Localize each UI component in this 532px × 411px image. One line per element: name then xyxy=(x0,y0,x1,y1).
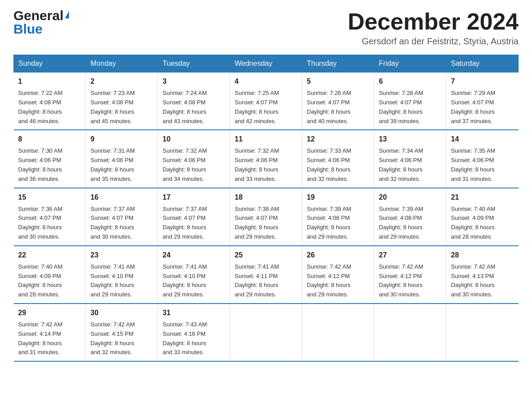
day-info: Sunrise: 7:22 AMSunset: 4:08 PMDaylight:… xyxy=(18,90,63,124)
calendar-cell: 17Sunrise: 7:37 AMSunset: 4:07 PMDayligh… xyxy=(158,188,230,246)
calendar-cell: 6Sunrise: 7:28 AMSunset: 4:07 PMDaylight… xyxy=(374,73,446,130)
calendar-cell: 22Sunrise: 7:40 AMSunset: 4:09 PMDayligh… xyxy=(14,246,86,304)
day-info: Sunrise: 7:38 AMSunset: 4:07 PMDaylight:… xyxy=(235,206,279,240)
calendar-cell: 2Sunrise: 7:23 AMSunset: 4:08 PMDaylight… xyxy=(86,73,158,130)
day-info: Sunrise: 7:28 AMSunset: 4:07 PMDaylight:… xyxy=(379,90,423,124)
calendar-cell: 12Sunrise: 7:33 AMSunset: 4:06 PMDayligh… xyxy=(302,130,374,188)
calendar-cell xyxy=(446,304,519,361)
day-info: Sunrise: 7:40 AMSunset: 4:09 PMDaylight:… xyxy=(451,206,495,240)
day-number: 24 xyxy=(163,250,225,261)
day-number: 8 xyxy=(18,134,82,145)
calendar-cell: 11Sunrise: 7:32 AMSunset: 4:06 PMDayligh… xyxy=(230,130,302,188)
calendar-cell: 25Sunrise: 7:41 AMSunset: 4:11 PMDayligh… xyxy=(230,246,302,304)
calendar-cell: 31Sunrise: 7:43 AMSunset: 4:16 PMDayligh… xyxy=(158,304,230,361)
logo-line1: General xyxy=(13,9,69,22)
day-number: 28 xyxy=(451,250,514,261)
calendar-cell: 9Sunrise: 7:31 AMSunset: 4:06 PMDaylight… xyxy=(86,130,158,188)
day-number: 15 xyxy=(18,192,82,203)
calendar-cell: 10Sunrise: 7:32 AMSunset: 4:06 PMDayligh… xyxy=(158,130,230,188)
day-info: Sunrise: 7:25 AMSunset: 4:07 PMDaylight:… xyxy=(235,90,279,124)
day-info: Sunrise: 7:42 AMSunset: 4:14 PMDaylight:… xyxy=(18,321,63,355)
day-info: Sunrise: 7:42 AMSunset: 4:12 PMDaylight:… xyxy=(307,263,351,298)
calendar-cell: 7Sunrise: 7:29 AMSunset: 4:07 PMDaylight… xyxy=(446,73,519,130)
calendar-cell: 1Sunrise: 7:22 AMSunset: 4:08 PMDaylight… xyxy=(14,73,86,130)
day-number: 3 xyxy=(163,76,225,87)
day-number: 20 xyxy=(379,192,442,203)
calendar-week-row: 8Sunrise: 7:30 AMSunset: 4:06 PMDaylight… xyxy=(14,130,519,188)
column-header-tuesday: Tuesday xyxy=(158,55,230,73)
day-info: Sunrise: 7:39 AMSunset: 4:08 PMDaylight:… xyxy=(379,206,423,240)
day-info: Sunrise: 7:37 AMSunset: 4:07 PMDaylight:… xyxy=(163,206,207,240)
title-area: December 2024 Gersdorf an der Feistritz,… xyxy=(348,9,519,47)
day-number: 29 xyxy=(18,308,82,318)
logo-triangle-icon xyxy=(65,11,69,18)
day-info: Sunrise: 7:40 AMSunset: 4:09 PMDaylight:… xyxy=(18,263,63,298)
day-number: 1 xyxy=(18,76,82,87)
day-number: 18 xyxy=(235,192,297,203)
day-number: 26 xyxy=(307,250,369,261)
day-info: Sunrise: 7:43 AMSunset: 4:16 PMDaylight:… xyxy=(163,321,207,355)
calendar-cell: 19Sunrise: 7:39 AMSunset: 4:08 PMDayligh… xyxy=(302,188,374,246)
day-number: 23 xyxy=(90,250,153,261)
calendar-table: SundayMondayTuesdayWednesdayThursdayFrid… xyxy=(13,55,519,362)
day-info: Sunrise: 7:41 AMSunset: 4:10 PMDaylight:… xyxy=(90,263,135,298)
day-info: Sunrise: 7:32 AMSunset: 4:06 PMDaylight:… xyxy=(235,147,279,182)
day-number: 5 xyxy=(307,76,369,87)
calendar-cell xyxy=(230,304,302,361)
month-title: December 2024 xyxy=(348,9,519,34)
day-number: 19 xyxy=(307,192,369,203)
column-header-saturday: Saturday xyxy=(446,55,519,73)
column-header-wednesday: Wednesday xyxy=(230,55,302,73)
calendar-cell: 30Sunrise: 7:42 AMSunset: 4:15 PMDayligh… xyxy=(86,304,158,361)
day-number: 16 xyxy=(90,192,153,203)
calendar-cell: 27Sunrise: 7:42 AMSunset: 4:12 PMDayligh… xyxy=(374,246,446,304)
calendar-week-row: 15Sunrise: 7:36 AMSunset: 4:07 PMDayligh… xyxy=(14,188,519,246)
calendar-cell: 28Sunrise: 7:42 AMSunset: 4:13 PMDayligh… xyxy=(446,246,519,304)
logo-general-text: General xyxy=(13,9,64,22)
day-info: Sunrise: 7:37 AMSunset: 4:07 PMDaylight:… xyxy=(90,206,135,240)
day-number: 27 xyxy=(379,250,442,261)
calendar-cell: 15Sunrise: 7:36 AMSunset: 4:07 PMDayligh… xyxy=(14,188,86,246)
day-number: 10 xyxy=(163,134,225,145)
day-info: Sunrise: 7:42 AMSunset: 4:13 PMDaylight:… xyxy=(451,263,495,298)
day-info: Sunrise: 7:42 AMSunset: 4:15 PMDaylight:… xyxy=(90,321,135,355)
day-info: Sunrise: 7:41 AMSunset: 4:11 PMDaylight:… xyxy=(235,263,279,298)
day-number: 7 xyxy=(451,76,514,87)
calendar-cell xyxy=(302,304,374,361)
day-number: 14 xyxy=(451,134,514,145)
calendar-cell: 21Sunrise: 7:40 AMSunset: 4:09 PMDayligh… xyxy=(446,188,519,246)
day-info: Sunrise: 7:34 AMSunset: 4:06 PMDaylight:… xyxy=(379,147,423,182)
day-number: 17 xyxy=(163,192,225,203)
calendar-cell: 29Sunrise: 7:42 AMSunset: 4:14 PMDayligh… xyxy=(14,304,86,361)
day-number: 9 xyxy=(90,134,153,145)
logo: General Blue xyxy=(13,9,69,36)
day-info: Sunrise: 7:35 AMSunset: 4:06 PMDaylight:… xyxy=(451,147,495,182)
calendar-cell: 16Sunrise: 7:37 AMSunset: 4:07 PMDayligh… xyxy=(86,188,158,246)
calendar-week-row: 29Sunrise: 7:42 AMSunset: 4:14 PMDayligh… xyxy=(14,304,519,361)
page-header: General Blue December 2024 Gersdorf an d… xyxy=(13,9,519,47)
day-info: Sunrise: 7:42 AMSunset: 4:12 PMDaylight:… xyxy=(379,263,423,298)
column-header-monday: Monday xyxy=(86,55,158,73)
day-number: 13 xyxy=(379,134,442,145)
day-info: Sunrise: 7:41 AMSunset: 4:10 PMDaylight:… xyxy=(163,263,207,298)
day-info: Sunrise: 7:33 AMSunset: 4:06 PMDaylight:… xyxy=(307,147,351,182)
day-number: 12 xyxy=(307,134,369,145)
column-header-sunday: Sunday xyxy=(14,55,86,73)
day-number: 2 xyxy=(90,76,153,87)
calendar-cell xyxy=(374,304,446,361)
calendar-cell: 3Sunrise: 7:24 AMSunset: 4:08 PMDaylight… xyxy=(158,73,230,130)
day-number: 22 xyxy=(18,250,82,261)
calendar-cell: 4Sunrise: 7:25 AMSunset: 4:07 PMDaylight… xyxy=(230,73,302,130)
calendar-cell: 5Sunrise: 7:26 AMSunset: 4:07 PMDaylight… xyxy=(302,73,374,130)
calendar-cell: 24Sunrise: 7:41 AMSunset: 4:10 PMDayligh… xyxy=(158,246,230,304)
day-info: Sunrise: 7:36 AMSunset: 4:07 PMDaylight:… xyxy=(18,206,63,240)
day-number: 31 xyxy=(163,308,225,318)
day-number: 25 xyxy=(235,250,297,261)
calendar-cell: 26Sunrise: 7:42 AMSunset: 4:12 PMDayligh… xyxy=(302,246,374,304)
day-number: 6 xyxy=(379,76,442,87)
day-info: Sunrise: 7:31 AMSunset: 4:06 PMDaylight:… xyxy=(90,147,135,182)
day-info: Sunrise: 7:29 AMSunset: 4:07 PMDaylight:… xyxy=(451,90,495,124)
day-info: Sunrise: 7:24 AMSunset: 4:08 PMDaylight:… xyxy=(163,90,207,124)
day-number: 21 xyxy=(451,192,514,203)
day-number: 11 xyxy=(235,134,297,145)
